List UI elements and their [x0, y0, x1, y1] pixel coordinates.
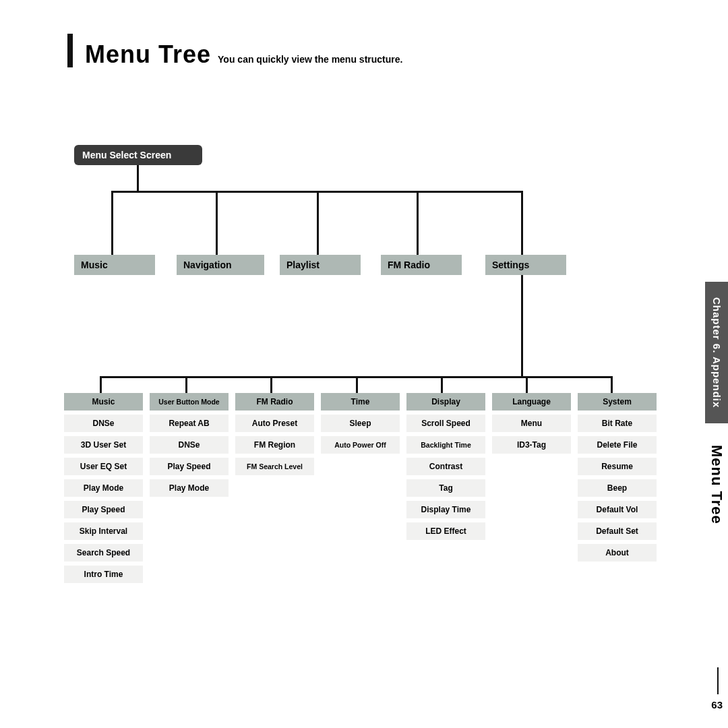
- settings-item: Auto Power Off: [321, 436, 400, 454]
- page-number: 63: [711, 699, 723, 710]
- settings-item: Tag: [406, 479, 485, 497]
- settings-item: 3D User Set: [64, 436, 143, 454]
- tree-connector: [100, 376, 102, 393]
- settings-item: Search Speed: [64, 544, 143, 562]
- tree-connector: [317, 191, 319, 255]
- settings-item: FM Region: [235, 436, 314, 454]
- menu-category-music: Music: [74, 255, 155, 275]
- tree-connector: [216, 191, 218, 255]
- settings-item: DNSe: [64, 415, 143, 432]
- tree-connector: [137, 165, 139, 191]
- settings-column: User Button ModeRepeat ABDNSePlay SpeedP…: [150, 393, 229, 583]
- menu-category-settings: Settings: [485, 255, 566, 275]
- settings-column: DisplayScroll SpeedBacklight TimeContras…: [406, 393, 485, 583]
- settings-item: ID3-Tag: [492, 436, 571, 454]
- tree-connector: [356, 376, 358, 393]
- menu-category-fm-radio: FM Radio: [381, 255, 462, 275]
- settings-column: FM RadioAuto PresetFM RegionFM Search Le…: [235, 393, 314, 583]
- title-accent-bar: [67, 34, 73, 67]
- page-title-bar: Menu Tree You can quickly view the menu …: [67, 40, 402, 69]
- settings-item: DNSe: [150, 436, 229, 454]
- settings-item: Play Mode: [64, 479, 143, 497]
- settings-item: FM Search Level: [235, 458, 314, 475]
- settings-item: Play Speed: [150, 458, 229, 475]
- settings-item: User EQ Set: [64, 458, 143, 475]
- settings-column-header: System: [578, 393, 657, 411]
- settings-item: Beep: [578, 479, 657, 497]
- settings-column-header: FM Radio: [235, 393, 314, 411]
- settings-item: Play Mode: [150, 479, 229, 497]
- settings-item: Backlight Time: [406, 436, 485, 454]
- settings-item: Scroll Speed: [406, 415, 485, 432]
- tree-connector: [611, 376, 613, 393]
- settings-item: LED Effect: [406, 522, 485, 540]
- chapter-tab: Chapter 6. Appendix: [705, 282, 728, 423]
- settings-column-header: Display: [406, 393, 485, 411]
- tree-connector: [270, 376, 272, 393]
- tree-connector: [521, 191, 523, 255]
- settings-column-header: Language: [492, 393, 571, 411]
- settings-item: Auto Preset: [235, 415, 314, 432]
- settings-item: Play Speed: [64, 501, 143, 518]
- settings-item: Skip Interval: [64, 522, 143, 540]
- settings-item: Resume: [578, 458, 657, 475]
- tree-connector: [526, 376, 528, 393]
- tree-connector: [441, 376, 443, 393]
- tree-connector: [185, 376, 187, 393]
- settings-column: SystemBit RateDelete FileResumeBeepDefau…: [578, 393, 657, 583]
- tree-connector: [111, 191, 113, 255]
- settings-column: MusicDNSe3D User SetUser EQ SetPlay Mode…: [64, 393, 143, 583]
- settings-item: Repeat AB: [150, 415, 229, 432]
- settings-column: TimeSleepAuto Power Off: [321, 393, 400, 583]
- settings-column-header: Time: [321, 393, 400, 411]
- tree-connector: [521, 275, 523, 376]
- settings-column-header: User Button Mode: [150, 393, 229, 411]
- page-rule: [717, 667, 719, 694]
- settings-columns: MusicDNSe3D User SetUser EQ SetPlay Mode…: [64, 393, 657, 583]
- settings-item: Sleep: [321, 415, 400, 432]
- settings-column: LanguageMenuID3-Tag: [492, 393, 571, 583]
- menu-category-playlist: Playlist: [280, 255, 361, 275]
- menu-root: Menu Select Screen: [74, 145, 202, 165]
- settings-item: Intro Time: [64, 566, 143, 583]
- page-title: Menu Tree: [85, 40, 211, 69]
- menu-root-label: Menu Select Screen: [82, 150, 171, 160]
- settings-item: Delete File: [578, 436, 657, 454]
- settings-item: Default Set: [578, 522, 657, 540]
- settings-item: About: [578, 544, 657, 562]
- settings-item: Menu: [492, 415, 571, 432]
- section-side-label: Menu Tree: [705, 445, 728, 580]
- settings-item: Bit Rate: [578, 415, 657, 432]
- tree-connector: [417, 191, 419, 255]
- page-subtitle: You can quickly view the menu structure.: [218, 54, 402, 65]
- settings-item: Display Time: [406, 501, 485, 518]
- settings-column-header: Music: [64, 393, 143, 411]
- settings-item: Contrast: [406, 458, 485, 475]
- settings-item: Default Vol: [578, 501, 657, 518]
- menu-category-navigation: Navigation: [177, 255, 264, 275]
